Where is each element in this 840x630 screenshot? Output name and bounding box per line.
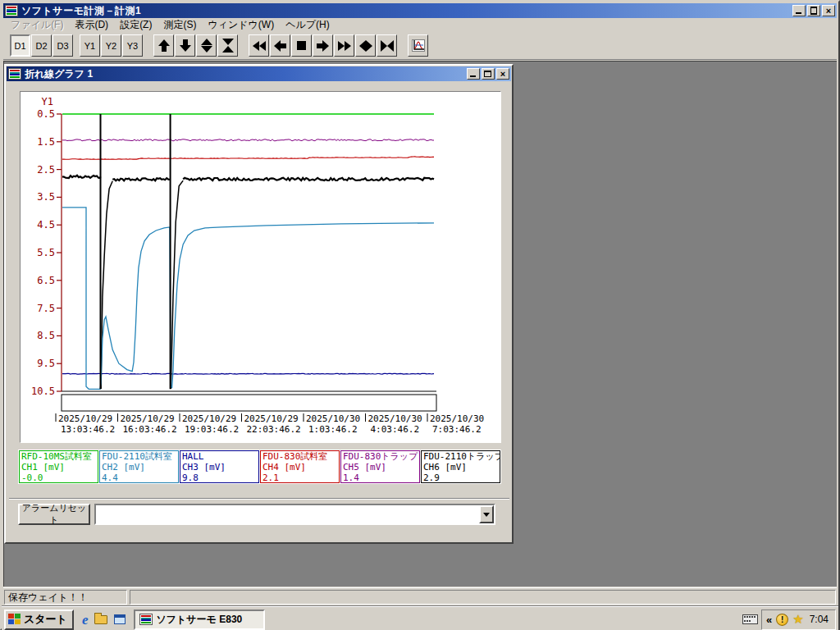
chart-series-CH6 <box>183 178 434 180</box>
fast-forward-button[interactable] <box>334 34 354 57</box>
chart-series-CH2 <box>62 208 434 389</box>
restore-button[interactable] <box>807 5 820 16</box>
double-left-icon <box>253 41 266 51</box>
y2-button[interactable]: Y2 <box>101 34 121 57</box>
taskbar-app-icon <box>139 614 153 625</box>
scroll-down-button[interactable] <box>175 34 195 57</box>
menu-settings[interactable]: 設定(Z) <box>114 17 158 33</box>
taskbar-app-button[interactable]: ソフトサーモ E830 <box>134 609 265 630</box>
graph-settings-button[interactable] <box>408 34 428 57</box>
alarm-combobox[interactable] <box>94 504 495 525</box>
rewind-button[interactable] <box>249 34 269 57</box>
y-tick-label: 2.5 <box>37 164 55 176</box>
compress-horizontal-button[interactable] <box>377 34 397 57</box>
y-tick-label: 7.5 <box>37 303 55 314</box>
ch1-name: RFD-10MS試料室 <box>21 451 96 462</box>
expand-horizontal-button[interactable] <box>355 34 376 57</box>
ch3-value: 9.8 <box>182 472 257 483</box>
x-tick-time: 7:03:46.2 <box>432 424 482 435</box>
legend-cell-ch3: HALL CH3 [mV] 9.8 <box>180 450 259 483</box>
minimize-button[interactable] <box>792 5 806 16</box>
ch3-label: CH3 [mV] <box>182 462 257 472</box>
legend-cell-ch1: RFD-10MS試料室 CH1 [mV] -0.0 <box>19 450 98 483</box>
menu-help[interactable]: ヘルプ(H) <box>280 17 336 33</box>
ch5-value: 1.4 <box>343 472 418 483</box>
compress-vertical-button[interactable] <box>217 34 238 57</box>
y-axis-title: Y1 <box>42 96 53 107</box>
keyboard-icon[interactable] <box>742 614 758 624</box>
chart-series-CH6 <box>101 181 112 389</box>
y-tick-label: 9.5 <box>37 358 55 369</box>
d1-button[interactable]: D1 <box>10 34 30 57</box>
graph-minimize-button[interactable] <box>467 68 480 80</box>
scroll-up-button[interactable] <box>153 34 174 57</box>
step-left-button[interactable] <box>270 34 290 57</box>
close-button[interactable]: × <box>822 5 835 16</box>
app-icon <box>5 5 18 16</box>
ch6-value: 2.9 <box>423 472 498 483</box>
alarm-reset-button[interactable]: アラームリセット <box>18 504 90 525</box>
divider <box>9 498 509 500</box>
arrow-up-icon <box>158 39 170 52</box>
stop-icon <box>297 41 306 50</box>
chart-series-CH4 <box>62 157 434 159</box>
tray-expand-icon[interactable]: « <box>766 614 772 626</box>
line-chart: Y10.51.52.53.54.55.56.57.58.59.510.52025… <box>21 92 500 442</box>
x-tick-date: 2025/10/29 <box>182 413 236 424</box>
d3-button[interactable]: D3 <box>52 34 73 57</box>
show-desktop-icon[interactable] <box>94 615 107 624</box>
plot-panel: Y10.51.52.53.54.55.56.57.58.59.510.52025… <box>20 91 501 443</box>
chart-series-CH6 <box>62 176 100 178</box>
x-tick-date: 2025/10/29 <box>58 413 112 424</box>
x-tick-date: 2025/10/30 <box>430 413 484 424</box>
arrow-left-icon <box>274 40 286 52</box>
menu-view[interactable]: 表示(D) <box>69 17 114 33</box>
combobox-dropdown-button[interactable] <box>479 505 494 523</box>
y-tick-label: 0.5 <box>37 108 55 120</box>
graph-maximize-button[interactable] <box>482 68 495 80</box>
compress-horizontal-icon <box>381 40 394 52</box>
taskbar-app-label: ソフトサーモ E830 <box>156 613 242 627</box>
d2-button[interactable]: D2 <box>31 34 52 57</box>
menu-file[interactable]: ファイル(F) <box>5 17 69 33</box>
step-right-button[interactable] <box>313 34 333 57</box>
scroll-overview-box <box>62 395 436 411</box>
chart-icon <box>412 39 425 52</box>
y-tick-label: 8.5 <box>37 330 55 341</box>
y-tick-label: 1.5 <box>37 136 55 148</box>
internet-explorer-icon[interactable]: e <box>82 613 89 627</box>
quick-launch: e <box>82 613 126 627</box>
mdi-client-area: 折れ線グラフ 1 × Y10.51.52.53.54.55.56.57.58.5… <box>3 61 837 587</box>
ch4-name: FDU-830試料室 <box>262 451 337 462</box>
alarm-combobox-value[interactable] <box>96 505 479 523</box>
y3-button[interactable]: Y3 <box>122 34 143 57</box>
ch6-name: FDU-2110トラップ <box>423 451 498 462</box>
y-tick-label: 3.5 <box>37 191 55 203</box>
compress-vertical-icon <box>222 39 234 52</box>
outlook-icon[interactable] <box>114 614 126 624</box>
x-tick-time: 16:03:46.2 <box>123 424 177 435</box>
legend-cell-ch2: FDU-2110試料室 CH2 [mV] 4.4 <box>99 450 179 483</box>
menu-measure[interactable]: 測定(S) <box>158 17 202 33</box>
y-tick-label: 4.5 <box>37 219 55 231</box>
chevron-down-icon <box>483 513 490 517</box>
chart-series-CH6 <box>112 178 170 180</box>
expand-vertical-button[interactable] <box>196 34 217 57</box>
x-tick-date: 2025/10/30 <box>368 413 422 424</box>
ch1-label: CH1 [mV] <box>21 462 96 472</box>
ch2-value: 4.4 <box>102 472 176 483</box>
double-right-icon <box>338 41 351 51</box>
stop-button[interactable] <box>291 34 312 57</box>
menu-window[interactable]: ウィンドウ(W) <box>202 17 280 33</box>
star-icon[interactable]: ★ <box>792 612 803 627</box>
security-alert-icon[interactable]: ! <box>776 614 788 626</box>
ch4-label: CH4 [mV] <box>262 462 337 472</box>
start-label: スタート <box>24 612 67 627</box>
graph-window-title: 折れ線グラフ 1 <box>25 67 93 81</box>
y1-button[interactable]: Y1 <box>80 34 100 57</box>
x-tick-date: 2025/10/29 <box>244 413 299 424</box>
start-button[interactable]: スタート <box>4 609 74 630</box>
window-title: ソフトサーモ計測－計測1 <box>21 4 141 18</box>
graph-window: 折れ線グラフ 1 × Y10.51.52.53.54.55.56.57.58.5… <box>4 64 514 544</box>
graph-close-button[interactable]: × <box>496 68 509 80</box>
